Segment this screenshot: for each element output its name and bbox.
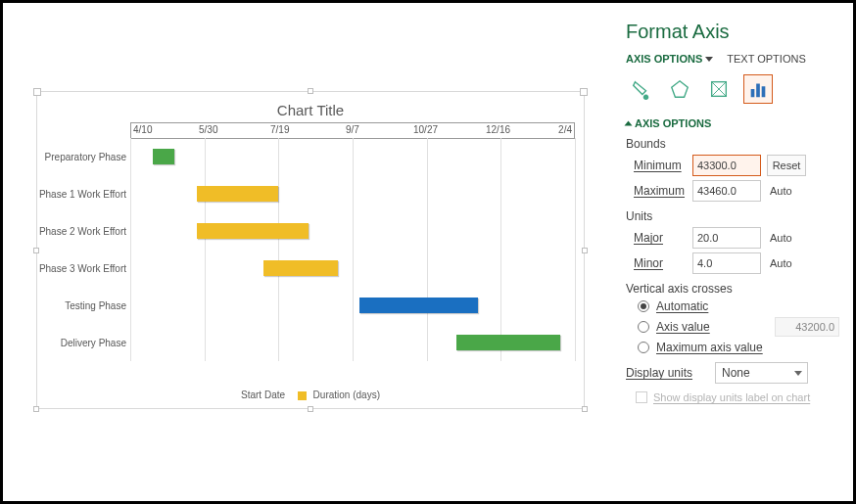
vac-axis-value-radio[interactable]: Axis value 43200.0: [638, 317, 839, 337]
axis-options-icon[interactable]: [743, 74, 773, 104]
bar-phase2[interactable]: [197, 223, 309, 239]
axis-tick: 5/30: [199, 124, 217, 135]
panel-icon-row: [626, 74, 839, 104]
radio-label: Automatic: [656, 299, 708, 313]
vac-maximum-radio[interactable]: Maximum axis value: [638, 341, 839, 354]
minimum-input[interactable]: [692, 155, 761, 176]
category-label: Phase 3 Work Effort: [39, 263, 126, 274]
minor-unit-input[interactable]: [692, 252, 761, 274]
maximum-label: Maximum: [626, 184, 687, 198]
axis-tick: 12/16: [486, 124, 510, 135]
bar-preparatory[interactable]: [153, 149, 175, 164]
major-unit-input[interactable]: [692, 227, 761, 249]
tab-axis-options[interactable]: AXIS OPTIONS: [626, 53, 713, 65]
fill-line-icon[interactable]: [626, 74, 655, 104]
reset-minimum-button[interactable]: Reset: [767, 155, 806, 176]
category-label: Delivery Phase: [61, 338, 126, 348]
checkbox-label: Show display units label on chart: [653, 391, 810, 403]
major-auto-label: Auto: [767, 232, 806, 244]
legend-entry-duration: Duration (days): [313, 389, 380, 400]
category-label: Phase 1 Work Effort: [39, 189, 126, 200]
minimum-label: Minimum: [626, 159, 687, 172]
maximum-input[interactable]: [692, 180, 761, 202]
minor-unit-label: Minor: [626, 256, 687, 270]
chart-title[interactable]: Chart Title: [37, 102, 584, 118]
vertical-axis-crosses-heading: Vertical axis crosses: [626, 282, 839, 296]
radio-icon: [638, 342, 649, 353]
bar-testing[interactable]: [359, 298, 478, 313]
display-units-label: Display units: [626, 366, 709, 380]
display-units-select[interactable]: None: [715, 362, 808, 384]
category-axis-labels: Preparatory Phase Phase 1 Work Effort Ph…: [37, 138, 128, 361]
radio-icon: [638, 321, 649, 333]
axis-tick: 10/27: [413, 124, 438, 135]
value-axis[interactable]: 4/10 5/30 7/19 9/7 10/27 12/16 2/4: [130, 122, 575, 139]
major-unit-label: Major: [626, 231, 687, 245]
legend-entry-start: Start Date: [241, 389, 285, 400]
tab-text-options[interactable]: TEXT OPTIONS: [727, 53, 805, 65]
section-axis-options[interactable]: AXIS OPTIONS: [626, 117, 839, 129]
chevron-down-icon: [705, 57, 713, 62]
axis-tick: 7/19: [270, 124, 289, 135]
panel-title: Format Axis: [626, 21, 839, 43]
bounds-heading: Bounds: [626, 137, 839, 151]
select-value: None: [722, 366, 750, 380]
chart-legend[interactable]: Start Date Duration (days): [37, 389, 584, 400]
vac-automatic-radio[interactable]: Automatic: [638, 299, 839, 313]
panel-tabs: AXIS OPTIONS TEXT OPTIONS: [626, 53, 839, 65]
collapse-caret-icon: [625, 121, 633, 126]
category-label: Preparatory Phase: [45, 152, 126, 162]
bar-phase3[interactable]: [263, 260, 337, 276]
svg-marker-0: [672, 81, 689, 98]
show-display-units-label-checkbox: Show display units label on chart: [636, 391, 839, 403]
axis-tick: 4/10: [133, 124, 152, 135]
vac-axis-value-display: 43200.0: [775, 317, 839, 337]
radio-label: Maximum axis value: [656, 341, 763, 354]
app-frame: Chart Title Preparatory Phase Phase 1 Wo…: [0, 0, 856, 504]
radio-icon: [638, 300, 649, 312]
tab-label: AXIS OPTIONS: [626, 53, 702, 65]
radio-label: Axis value: [656, 320, 710, 334]
format-axis-panel: Format Axis AXIS OPTIONS TEXT OPTIONS: [608, 3, 853, 501]
effects-icon[interactable]: [665, 74, 694, 104]
axis-tick: 2/4: [558, 124, 572, 135]
plot-area[interactable]: 4/10 5/30 7/19 9/7 10/27 12/16 2/4: [130, 138, 575, 361]
units-heading: Units: [626, 209, 839, 223]
section-label: AXIS OPTIONS: [635, 117, 711, 129]
maximum-auto-label: Auto: [767, 185, 806, 197]
chart-object[interactable]: Chart Title Preparatory Phase Phase 1 Wo…: [36, 91, 585, 409]
svg-rect-3: [756, 84, 760, 98]
minor-auto-label: Auto: [767, 257, 806, 269]
bar-phase1[interactable]: [197, 186, 278, 202]
category-label: Testing Phase: [65, 300, 126, 311]
legend-swatch-duration: [298, 391, 307, 400]
checkbox-icon: [636, 391, 647, 403]
size-properties-icon[interactable]: [704, 74, 734, 104]
svg-rect-2: [751, 89, 755, 97]
axis-tick: 9/7: [346, 124, 359, 135]
category-label: Phase 2 Work Effort: [39, 226, 126, 237]
bar-delivery[interactable]: [456, 335, 560, 350]
svg-rect-4: [762, 86, 766, 97]
